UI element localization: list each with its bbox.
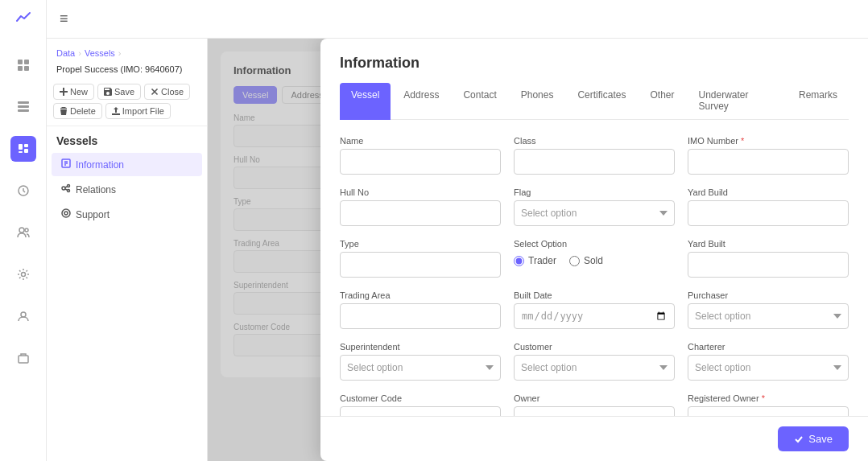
svg-rect-9 bbox=[24, 149, 28, 153]
breadcrumb-data[interactable]: Data bbox=[56, 48, 75, 58]
sidebar-icon-users[interactable] bbox=[10, 220, 36, 245]
input-customer-code[interactable] bbox=[340, 406, 501, 416]
label-purchaser: Purchaser bbox=[688, 290, 849, 300]
sidebar-icon-user[interactable] bbox=[10, 303, 36, 329]
nav-item-relations[interactable]: Relations bbox=[52, 178, 202, 201]
breadcrumb-current: Propel Success (IMO: 9640607) bbox=[47, 64, 207, 80]
form-row-3: Type Select Option Trader bbox=[340, 239, 849, 278]
input-yard-built[interactable] bbox=[688, 252, 849, 278]
radio-trader[interactable]: Trader bbox=[514, 255, 556, 266]
menu-icon[interactable]: ≡ bbox=[60, 10, 68, 27]
breadcrumb-sep1: › bbox=[78, 48, 81, 58]
label-owner: Owner bbox=[514, 393, 675, 403]
svg-rect-1 bbox=[24, 60, 29, 64]
modal-overlay: Information Vessel Address Contact Phone… bbox=[208, 39, 868, 461]
form-row-4: Trading Area Built Date Purchaser Selec bbox=[340, 290, 849, 329]
sidebar-icon-clock[interactable] bbox=[10, 178, 36, 204]
breadcrumb-vessels[interactable]: Vessels bbox=[85, 48, 115, 58]
sidebar-icon-settings[interactable] bbox=[10, 261, 36, 287]
input-yard-build[interactable] bbox=[688, 200, 849, 226]
svg-point-27 bbox=[64, 212, 68, 215]
field-charterer: Charterer Select option bbox=[688, 342, 849, 381]
logo-icon bbox=[15, 10, 31, 30]
sidebar-icon-box[interactable] bbox=[10, 345, 36, 371]
field-type: Type bbox=[340, 239, 501, 278]
select-customer[interactable]: Select option bbox=[514, 355, 675, 381]
tab-certificates[interactable]: Certificates bbox=[566, 83, 637, 120]
input-hull-no[interactable] bbox=[340, 200, 501, 226]
input-built-date[interactable] bbox=[514, 303, 675, 329]
modal-tabs: Vessel Address Contact Phones Certificat… bbox=[340, 83, 849, 120]
sidebar-icon-dashboard[interactable] bbox=[10, 52, 36, 78]
save-toolbar-button[interactable]: Save bbox=[97, 84, 141, 100]
select-flag[interactable]: Select option bbox=[514, 200, 675, 226]
field-name: Name bbox=[340, 136, 501, 175]
sidebar-icon-vessels[interactable] bbox=[10, 136, 36, 162]
tab-underwater-survey[interactable]: Underwater Survey bbox=[688, 83, 786, 120]
field-superintendent: Superintendent Select option bbox=[340, 342, 501, 381]
svg-point-23 bbox=[68, 190, 70, 192]
save-check-icon bbox=[794, 434, 804, 444]
modal-save-button[interactable]: Save bbox=[778, 426, 849, 451]
nav-item-information[interactable]: Information bbox=[52, 153, 202, 176]
tab-phones[interactable]: Phones bbox=[510, 83, 565, 120]
svg-rect-5 bbox=[18, 105, 29, 108]
input-name[interactable] bbox=[340, 149, 501, 175]
breadcrumb-vessel-name: Propel Success (IMO: 9640607) bbox=[56, 64, 183, 74]
field-yard-built: Yard Built bbox=[688, 239, 849, 278]
radio-group-trader-sold: Trader Sold bbox=[514, 252, 675, 266]
tab-vessel[interactable]: Vessel bbox=[340, 83, 391, 120]
input-imo-number[interactable] bbox=[688, 149, 849, 175]
field-built-date: Built Date bbox=[514, 290, 675, 329]
radio-trader-input[interactable] bbox=[514, 256, 524, 266]
modal: Information Vessel Address Contact Phone… bbox=[320, 39, 868, 461]
input-owner[interactable] bbox=[514, 406, 675, 416]
modal-body: Name Class IMO Number * bbox=[320, 120, 868, 416]
radio-sold-label: Sold bbox=[584, 255, 603, 266]
radio-sold-input[interactable] bbox=[569, 256, 580, 266]
new-button[interactable]: New bbox=[53, 84, 94, 100]
label-flag: Flag bbox=[514, 187, 675, 197]
select-superintendent[interactable]: Select option bbox=[340, 355, 501, 381]
delete-button[interactable]: Delete bbox=[53, 103, 102, 119]
input-type[interactable] bbox=[340, 252, 501, 278]
nav-information-label: Information bbox=[76, 159, 124, 171]
input-registered-owner[interactable] bbox=[688, 406, 849, 416]
label-built-date: Built Date bbox=[514, 290, 675, 300]
nav-item-support[interactable]: Support bbox=[52, 203, 202, 226]
svg-point-14 bbox=[21, 273, 25, 277]
close-button[interactable]: Close bbox=[144, 84, 190, 100]
sidebar-icon-grid[interactable] bbox=[10, 94, 36, 120]
label-customer: Customer bbox=[514, 342, 675, 352]
tab-other[interactable]: Other bbox=[639, 83, 685, 120]
label-registered-owner: Registered Owner * bbox=[688, 393, 849, 403]
tab-remarks[interactable]: Remarks bbox=[787, 83, 849, 120]
tab-contact[interactable]: Contact bbox=[452, 83, 507, 120]
relations-icon bbox=[61, 183, 71, 196]
field-purchaser: Purchaser Select option bbox=[688, 290, 849, 329]
form-row-1: Name Class IMO Number * bbox=[340, 136, 849, 175]
svg-rect-4 bbox=[18, 101, 29, 104]
input-trading-area[interactable] bbox=[340, 303, 501, 329]
select-purchaser[interactable]: Select option bbox=[688, 303, 849, 329]
svg-point-12 bbox=[19, 228, 24, 233]
nav-support-label: Support bbox=[76, 209, 110, 220]
input-class[interactable] bbox=[514, 149, 675, 175]
tab-address[interactable]: Address bbox=[392, 83, 450, 120]
toolbar: New Save Close Delete Import File bbox=[47, 80, 207, 126]
label-imo-number: IMO Number * bbox=[688, 136, 849, 146]
modal-title: Information bbox=[340, 55, 849, 72]
breadcrumb: Data › Vessels › bbox=[47, 48, 207, 64]
select-charterer[interactable]: Select option bbox=[688, 355, 849, 381]
field-class: Class bbox=[514, 136, 675, 175]
field-hull-no: Hull No bbox=[340, 187, 501, 226]
radio-sold[interactable]: Sold bbox=[569, 255, 603, 266]
modal-footer: Save bbox=[320, 416, 868, 461]
reg-owner-required-star: * bbox=[762, 393, 765, 403]
field-registered-owner: Registered Owner * bbox=[688, 393, 849, 416]
form-row-2: Hull No Flag Select option Yard Build bbox=[340, 187, 849, 226]
field-trading-area: Trading Area bbox=[340, 290, 501, 329]
svg-rect-2 bbox=[18, 66, 23, 71]
svg-point-13 bbox=[25, 228, 28, 232]
import-button[interactable]: Import File bbox=[105, 103, 171, 119]
